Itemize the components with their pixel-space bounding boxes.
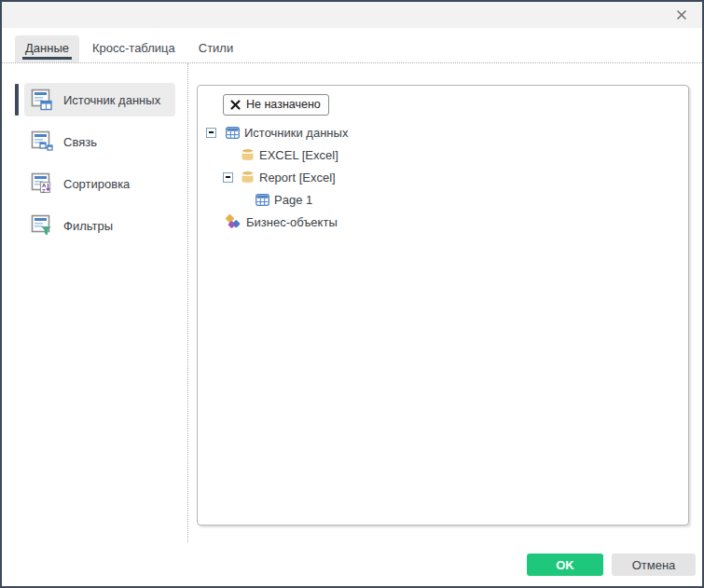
- svg-text:Z: Z: [42, 188, 46, 194]
- footer: OK Отмена: [188, 554, 702, 576]
- tree-node-excel[interactable]: EXCEL [Excel]: [241, 144, 688, 166]
- cancel-button[interactable]: Отмена: [612, 554, 696, 576]
- database-icon: [241, 171, 255, 184]
- collapse-icon[interactable]: [223, 172, 233, 183]
- tree-node-label: Источники данных: [244, 126, 348, 140]
- sidebar-item-label: Источник данных: [63, 93, 160, 107]
- collapse-icon[interactable]: [206, 128, 216, 138]
- ok-button[interactable]: OK: [527, 554, 603, 576]
- sidebar-item-data-source[interactable]: Источник данных: [24, 83, 175, 116]
- close-icon[interactable]: [674, 7, 689, 22]
- data-source-tree: Источники данных EXCEL [Excel]: [198, 121, 688, 233]
- business-objects-icon: [225, 214, 242, 230]
- sidebar-item-filters[interactable]: Фильтры: [24, 209, 175, 242]
- tab-crosstab[interactable]: Кросс-таблица: [82, 35, 186, 62]
- sidebar-item-label: Фильтры: [63, 219, 113, 233]
- tree-node-label: Report [Excel]: [259, 171, 336, 185]
- unassigned-label: Не назначено: [246, 98, 321, 111]
- sort-icon: A Z: [30, 171, 54, 196]
- tab-styles[interactable]: Стили: [188, 35, 243, 62]
- database-icon: [241, 148, 255, 161]
- main-content: Не назначено: [188, 63, 702, 586]
- sidebar-item-label: Сортировка: [63, 177, 130, 191]
- tree-node-data-sources[interactable]: Источники данных: [198, 121, 688, 144]
- x-icon: [230, 100, 241, 110]
- tree-node-label: Page 1: [274, 193, 312, 207]
- sidebar: Источник данных Связ: [2, 63, 188, 542]
- tree-node-label: EXCEL [Excel]: [259, 148, 338, 162]
- sidebar-item-relation[interactable]: Связь: [24, 125, 175, 158]
- dialog-body: Источник данных Связ: [2, 63, 702, 586]
- tree-node-business-objects[interactable]: Бизнес-объекты: [225, 211, 688, 233]
- sidebar-item-label: Связь: [63, 135, 97, 149]
- filter-icon: [30, 213, 54, 238]
- tab-data[interactable]: Данные: [15, 35, 79, 62]
- tree-node-label: Бизнес-объекты: [246, 215, 338, 229]
- title-bar: [2, 2, 702, 28]
- data-source-tree-panel: Не назначено: [197, 85, 689, 526]
- table-icon: [255, 194, 269, 206]
- tree-node-report[interactable]: Report [Excel]: [198, 166, 688, 188]
- relation-icon: [30, 130, 54, 154]
- crosstab-settings-dialog: Данные Кросс-таблица Стили: [0, 0, 704, 588]
- table-icon: [226, 127, 240, 139]
- tab-bar: Данные Кросс-таблица Стили: [2, 28, 702, 63]
- data-source-icon: [30, 88, 54, 112]
- tree-node-page1[interactable]: Page 1: [255, 188, 688, 211]
- unassigned-button[interactable]: Не назначено: [223, 94, 329, 116]
- sidebar-item-sorting[interactable]: A Z Сортировка: [24, 167, 175, 200]
